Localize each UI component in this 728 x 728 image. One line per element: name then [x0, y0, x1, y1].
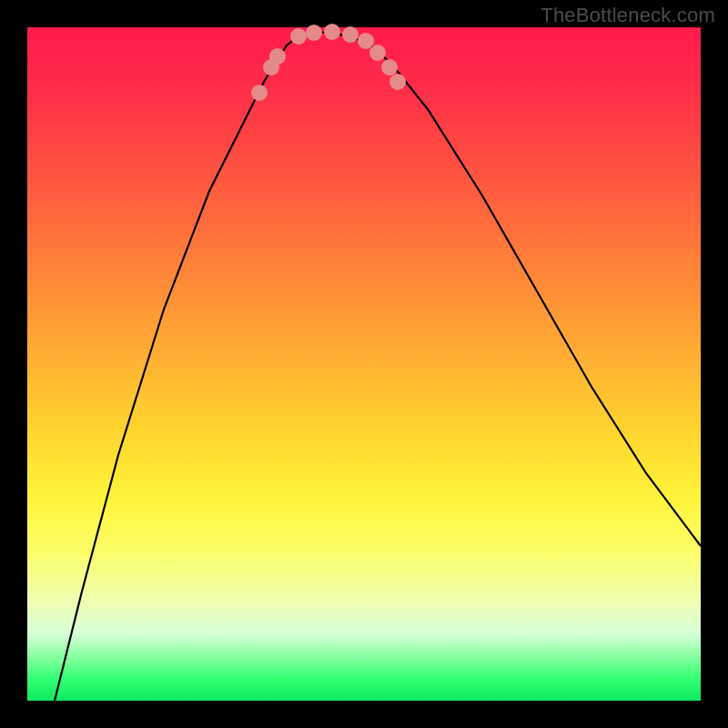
chart-svg — [27, 27, 701, 701]
dot-left-1 — [251, 85, 268, 101]
chart-frame: TheBottleneck.com — [0, 0, 728, 728]
dot-left-3 — [269, 48, 286, 65]
dot-right-3 — [381, 59, 398, 76]
watermark-text: TheBottleneck.com — [541, 4, 715, 27]
dot-bottom-4 — [342, 26, 359, 43]
dot-bottom-2 — [306, 25, 322, 41]
dot-right-4 — [389, 74, 406, 90]
dot-right-1 — [358, 33, 374, 49]
dot-right-2 — [369, 45, 386, 61]
marker-group — [251, 24, 406, 101]
dot-bottom-3 — [324, 24, 340, 40]
dot-bottom-1 — [290, 28, 307, 45]
bottleneck-curve — [55, 32, 701, 701]
